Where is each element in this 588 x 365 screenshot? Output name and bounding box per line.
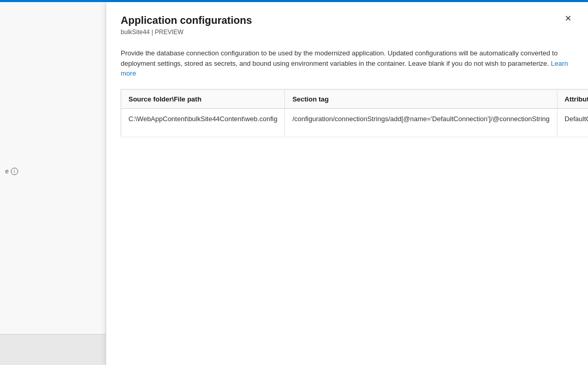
col-header-attr-name: Attribute name xyxy=(557,90,588,109)
modal-body: Provide the database connection configur… xyxy=(106,40,588,148)
cell-section-tag: /configuration/connectionStrings/add[@na… xyxy=(285,109,557,137)
preview-badge: PREVIEW xyxy=(155,28,183,36)
modal-app-name: bulkSite44 xyxy=(121,28,150,36)
description-main: Provide the database connection configur… xyxy=(121,49,557,67)
table-wrapper: Source folder\File path Section tag Attr… xyxy=(121,89,573,138)
table-row: C:\WebAppContent\bulkSite44Content\web.c… xyxy=(121,109,589,137)
modal-header: Application configurations bulkSite44 | … xyxy=(106,2,588,40)
modal-title-block: Application configurations bulkSite44 | … xyxy=(121,14,252,36)
info-icon: i xyxy=(11,168,18,175)
sidebar: e i xyxy=(0,2,106,365)
description-text: Provide the database connection configur… xyxy=(121,48,573,79)
modal-title: Application configurations xyxy=(121,14,252,26)
sidebar-label: e xyxy=(5,168,9,175)
table-header-row: Source folder\File path Section tag Attr… xyxy=(121,90,589,109)
close-button[interactable]: ✕ xyxy=(563,12,573,25)
col-header-source: Source folder\File path xyxy=(121,90,285,109)
close-icon: ✕ xyxy=(565,14,571,23)
sidebar-bottom xyxy=(0,334,106,365)
modal-subtitle: bulkSite44 | PREVIEW xyxy=(121,28,252,36)
cell-source-path: C:\WebAppContent\bulkSite44Content\web.c… xyxy=(121,109,285,137)
cell-attribute-name: DefaultConnection xyxy=(557,109,588,137)
sidebar-info: e i xyxy=(5,168,18,175)
col-header-section: Section tag xyxy=(285,90,557,109)
modal-panel: Application configurations bulkSite44 | … xyxy=(106,2,588,365)
config-table: Source folder\File path Section tag Attr… xyxy=(121,89,588,138)
